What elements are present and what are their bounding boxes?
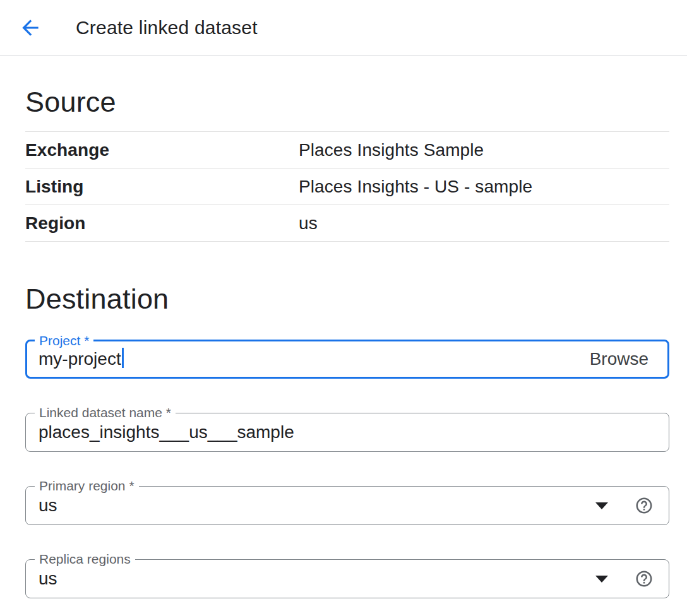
destination-heading: Destination [25,283,669,316]
primary-region-value[interactable]: us [39,495,57,516]
linked-dataset-name-field[interactable]: Linked dataset name * places_insights___… [25,413,669,452]
primary-region-label: Primary region * [35,479,139,493]
replica-regions-value[interactable]: us [39,569,57,589]
page-title: Create linked dataset [76,17,258,38]
table-row-exchange: Exchange Places Insights Sample [25,132,669,169]
exchange-label: Exchange [25,140,299,160]
exchange-value: Places Insights Sample [299,140,484,160]
page-content: Source Exchange Places Insights Sample L… [0,56,687,598]
project-field[interactable]: Project * my-project Browse [25,340,669,379]
replica-regions-label: Replica regions [35,552,135,566]
region-value: us [299,213,318,234]
linked-dataset-name-value[interactable]: places_insights___us___sample [39,422,294,442]
text-cursor [122,348,124,368]
arrow-back-icon [18,16,42,40]
linked-dataset-name-label: Linked dataset name * [35,406,176,420]
project-field-value[interactable]: my-project [39,349,121,369]
source-heading: Source [25,56,669,119]
region-label: Region [25,213,299,234]
back-button[interactable] [18,15,43,40]
listing-label: Listing [25,177,299,197]
listing-value: Places Insights - US - sample [299,177,532,197]
caret-down-icon[interactable] [595,502,608,509]
source-table: Exchange Places Insights Sample Listing … [25,131,669,242]
help-outline-icon[interactable] [635,496,654,515]
replica-regions-field[interactable]: Replica regions us [25,559,669,598]
table-row-listing: Listing Places Insights - US - sample [25,169,669,205]
primary-region-field[interactable]: Primary region * us [25,486,669,525]
caret-down-icon[interactable] [595,576,608,583]
page-header: Create linked dataset [0,0,687,56]
table-row-region: Region us [25,205,669,242]
project-field-label: Project * [35,334,93,348]
help-outline-icon[interactable] [635,569,654,588]
browse-button[interactable]: Browse [590,349,648,369]
